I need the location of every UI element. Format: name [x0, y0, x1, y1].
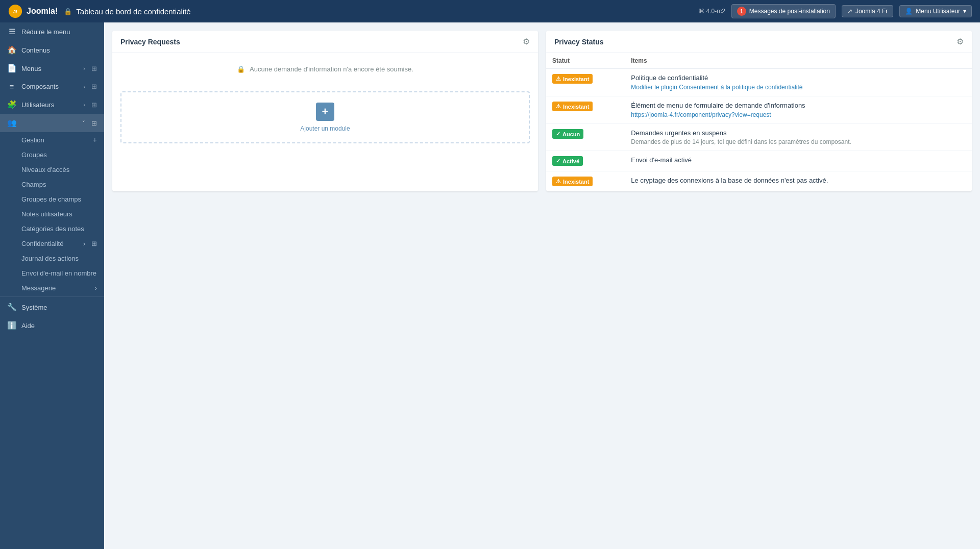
groupes-label: Groupes	[21, 151, 47, 159]
home-icon: 🏠	[7, 45, 16, 55]
grid-icon: ⊞	[91, 83, 97, 90]
privacy-requests-panel: Privacy Requests ⚙ 🔒 Aucune demande d'in…	[112, 31, 538, 191]
sidebar-item-reduce-label: Réduire le menu	[21, 28, 97, 36]
logo-text: Joomla!	[27, 7, 58, 16]
privacy-requests-body: 🔒 Aucune demande d'information n'a encor…	[112, 53, 538, 143]
item-cell: Demandes urgentes en suspensDemandes de …	[625, 124, 972, 151]
item-desc: Demandes de plus de 14 jours, tel que dé…	[631, 138, 966, 145]
aide-icon: ℹ️	[7, 321, 16, 330]
item-cell: Le cryptage des connexions à la base de …	[625, 171, 972, 192]
privacy-status-header: Privacy Status ⚙	[546, 31, 972, 53]
user-label: Menu Utilisateur	[916, 8, 960, 15]
main-content: Privacy Requests ⚙ 🔒 Aucune demande d'in…	[104, 22, 980, 549]
lock-icon: 🔒	[64, 8, 72, 15]
grid-icon: ⊞	[91, 65, 97, 72]
sidebar-item-menus[interactable]: ≡ Composants › ⊞	[0, 78, 104, 95]
sidebar: ☰ Réduire le menu 🏠 Contenus 📄 Menus › ⊞…	[0, 22, 104, 549]
sidebar-item-reduce[interactable]: ☰ Réduire le menu	[0, 22, 104, 41]
sidebar-item-composants-label: Utilisateurs	[21, 101, 78, 109]
sidebar-sub-groupes-champs[interactable]: Groupes de champs	[0, 192, 104, 207]
item-cell: Envoi d'e-mail activé	[625, 151, 972, 171]
plus-icon: +	[93, 136, 97, 144]
user-icon: 👤	[905, 8, 913, 15]
sidebar-item-admin[interactable]: 🏠 Contenus	[0, 41, 104, 59]
status-badge: ✓Aucun	[552, 129, 583, 139]
notif-label: Messages de post-installation	[749, 8, 830, 15]
sidebar-item-utilisateurs[interactable]: 👥 ˅ ⊞	[0, 114, 104, 132]
grid-icon: ⊞	[91, 240, 97, 247]
privacy-requests-header: Privacy Requests ⚙	[112, 31, 538, 53]
empty-state: 🔒 Aucune demande d'information n'a encor…	[112, 53, 538, 85]
badge-icon: ✓	[556, 158, 560, 164]
sidebar-sub-cat-notes[interactable]: Catégories des notes	[0, 221, 104, 236]
user-menu-button[interactable]: 👤 Menu Utilisateur ▾	[899, 5, 972, 17]
status-cell: ✓Aucun	[546, 124, 625, 151]
item-title: Demandes urgentes en suspens	[631, 129, 966, 137]
table-row: ⚠InexistantÉlément de menu de formulaire…	[546, 96, 972, 124]
champs-label: Champs	[21, 181, 46, 188]
sidebar-sub-notes[interactable]: Notes utilisateurs	[0, 207, 104, 221]
topbar: J! Joomla! 🔒 Tableau de bord de confiden…	[0, 0, 980, 22]
external-link-button[interactable]: ↗ Joomla 4 Fr	[842, 5, 893, 17]
sidebar-sub-groupes[interactable]: Groupes	[0, 147, 104, 162]
logo[interactable]: J! Joomla!	[8, 4, 58, 18]
grid-icon: ⊞	[91, 119, 97, 127]
reduce-icon: ☰	[7, 27, 16, 36]
sidebar-sub-gestion[interactable]: Gestion +	[0, 132, 104, 147]
sidebar-sub-messagerie[interactable]: Messagerie ›	[0, 281, 104, 295]
chevron-right-icon: ›	[83, 102, 85, 108]
badge-icon: ⚠	[556, 76, 561, 82]
item-link[interactable]: https://joomla-4.fr/component/privacy?vi…	[631, 111, 771, 118]
sidebar-item-contenus[interactable]: 📄 Menus › ⊞	[0, 59, 104, 78]
chevron-right-icon: ›	[83, 65, 85, 71]
gestion-label: Gestion	[21, 136, 44, 144]
sidebar-item-admin-label: Contenus	[21, 46, 97, 54]
sidebar-sub-champs[interactable]: Champs	[0, 177, 104, 192]
status-badge: ⚠Inexistant	[552, 74, 593, 84]
sidebar-sub-journal[interactable]: Journal des actions	[0, 251, 104, 266]
sidebar-item-aide-label: Aide	[21, 322, 97, 330]
add-module-box[interactable]: + Ajouter un module	[120, 91, 530, 143]
notes-label: Notes utilisateurs	[21, 210, 72, 218]
add-module-label: Ajouter un module	[300, 125, 350, 132]
sidebar-item-contenus-label: Menus	[21, 65, 78, 72]
chevron-right-icon: ›	[95, 284, 97, 292]
confidentialite-label: Confidentialité	[21, 240, 63, 247]
privacy-status-panel: Privacy Status ⚙ Statut Items ⚠Inexistan…	[546, 31, 972, 191]
status-badge: ⚠Inexistant	[552, 177, 593, 186]
table-row: ✓AucunDemandes urgentes en suspensDemand…	[546, 124, 972, 151]
status-badge: ⚠Inexistant	[552, 102, 593, 111]
version-label: ⌘ 4.0-rc2	[698, 8, 725, 15]
chevron-right-icon: ›	[83, 84, 85, 90]
systeme-icon: 🔧	[7, 303, 16, 312]
status-cell: ⚠Inexistant	[546, 96, 625, 124]
sidebar-item-aide[interactable]: ℹ️ Aide	[0, 316, 104, 335]
menus-icon: ≡	[7, 82, 16, 91]
sidebar-sub-confidentialite[interactable]: Confidentialité › ⊞	[0, 236, 104, 251]
journal-label: Journal des actions	[21, 255, 79, 262]
status-cell: ✓Activé	[546, 151, 625, 171]
gear-icon[interactable]: ⚙	[523, 37, 530, 46]
topbar-right: ⌘ 4.0-rc2 1 Messages de post-installatio…	[698, 4, 972, 18]
privacy-requests-title: Privacy Requests	[120, 38, 180, 46]
notif-badge: 1	[737, 7, 746, 16]
badge-icon: ⚠	[556, 103, 561, 110]
sidebar-item-systeme[interactable]: 🔧 Système	[0, 298, 104, 316]
notifications-button[interactable]: 1 Messages de post-installation	[731, 4, 836, 18]
status-badge: ✓Activé	[552, 156, 583, 166]
sidebar-item-composants[interactable]: 🧩 Utilisateurs › ⊞	[0, 95, 104, 114]
chevron-right-icon: ›	[83, 240, 85, 247]
gear-icon[interactable]: ⚙	[957, 37, 964, 46]
utilisateurs-icon: 👥	[7, 118, 16, 128]
external-icon: ↗	[847, 8, 852, 15]
contenus-icon: 📄	[7, 64, 16, 73]
sidebar-sub-envoi-masse[interactable]: Envoi d'e-mail en nombre	[0, 266, 104, 281]
messagerie-label: Messagerie	[21, 284, 56, 292]
sidebar-divider	[0, 296, 104, 297]
item-title: Le cryptage des connexions à la base de …	[631, 177, 966, 184]
table-row: ✓ActivéEnvoi d'e-mail activé	[546, 151, 972, 171]
badge-icon: ✓	[556, 131, 560, 137]
item-link[interactable]: Modifier le plugin Consentement à la pol…	[631, 84, 802, 91]
col-statut: Statut	[546, 53, 625, 69]
sidebar-sub-niveaux[interactable]: Niveaux d'accès	[0, 162, 104, 177]
